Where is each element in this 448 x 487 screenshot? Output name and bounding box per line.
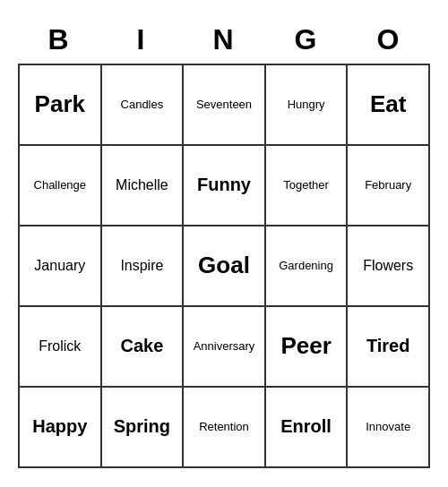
cell-text: Enroll <box>280 416 332 437</box>
header-letter-I: I <box>100 20 183 64</box>
bingo-cell-r3-c3: Peer <box>266 307 349 388</box>
bingo-cell-r4-c0: Happy <box>20 388 102 468</box>
bingo-cell-r3-c4: Tired <box>348 307 430 388</box>
bingo-card: BINGO ParkCandlesSeventeenHungryEatChall… <box>9 11 439 477</box>
cell-text: Funny <box>197 175 251 195</box>
bingo-cell-r2-c0: January <box>20 226 102 307</box>
bingo-cell-r2-c1: Inspire <box>102 226 185 307</box>
bingo-cell-r4-c4: Innovate <box>348 388 430 468</box>
cell-text: February <box>365 178 411 192</box>
cell-text: Candles <box>121 98 164 111</box>
cell-text: Park <box>35 90 85 118</box>
bingo-header: BINGO <box>18 20 430 64</box>
header-letter-N: N <box>183 20 265 64</box>
bingo-cell-r2-c3: Gardening <box>266 226 349 307</box>
bingo-cell-r0-c1: Candles <box>102 65 185 146</box>
bingo-cell-r0-c3: Hungry <box>266 65 349 146</box>
bingo-cell-r2-c4: Flowers <box>348 226 430 307</box>
cell-text: Happy <box>32 416 87 437</box>
bingo-cell-r1-c4: February <box>348 146 430 226</box>
bingo-cell-r1-c1: Michelle <box>102 146 185 226</box>
cell-text: Hungry <box>288 98 325 111</box>
bingo-cell-r4-c1: Spring <box>102 388 185 468</box>
bingo-cell-r1-c2: Funny <box>184 146 266 226</box>
cell-text: January <box>34 258 85 274</box>
cell-text: Peer <box>280 332 331 360</box>
cell-text: Goal <box>198 252 250 279</box>
cell-text: Flowers <box>363 258 413 274</box>
bingo-cell-r3-c0: Frolick <box>20 307 102 388</box>
cell-text: Challenge <box>34 178 87 192</box>
cell-text: Retention <box>199 420 249 433</box>
bingo-cell-r3-c2: Anniversary <box>184 307 266 388</box>
cell-text: Tired <box>366 336 410 356</box>
cell-text: Seventeen <box>196 98 252 111</box>
cell-text: Cake <box>120 336 163 356</box>
header-letter-G: G <box>265 20 348 64</box>
bingo-grid: ParkCandlesSeventeenHungryEatChallengeMi… <box>18 64 430 468</box>
cell-text: Michelle <box>116 177 168 193</box>
bingo-cell-r0-c0: Park <box>20 65 102 146</box>
bingo-cell-r1-c0: Challenge <box>20 146 102 226</box>
bingo-cell-r0-c4: Eat <box>348 65 430 146</box>
cell-text: Together <box>283 178 329 192</box>
cell-text: Spring <box>114 416 170 437</box>
bingo-cell-r4-c2: Retention <box>184 388 266 468</box>
header-letter-B: B <box>18 20 100 64</box>
header-letter-O: O <box>348 20 430 64</box>
cell-text: Inspire <box>120 258 163 274</box>
cell-text: Innovate <box>366 420 410 433</box>
bingo-cell-r3-c1: Cake <box>102 307 185 388</box>
bingo-cell-r4-c3: Enroll <box>266 388 349 468</box>
bingo-cell-r2-c2: Goal <box>184 226 266 307</box>
cell-text: Anniversary <box>194 339 255 353</box>
cell-text: Eat <box>370 90 406 118</box>
cell-text: Frolick <box>39 338 81 355</box>
bingo-cell-r0-c2: Seventeen <box>184 65 266 146</box>
bingo-cell-r1-c3: Together <box>266 146 349 226</box>
cell-text: Gardening <box>279 259 333 272</box>
